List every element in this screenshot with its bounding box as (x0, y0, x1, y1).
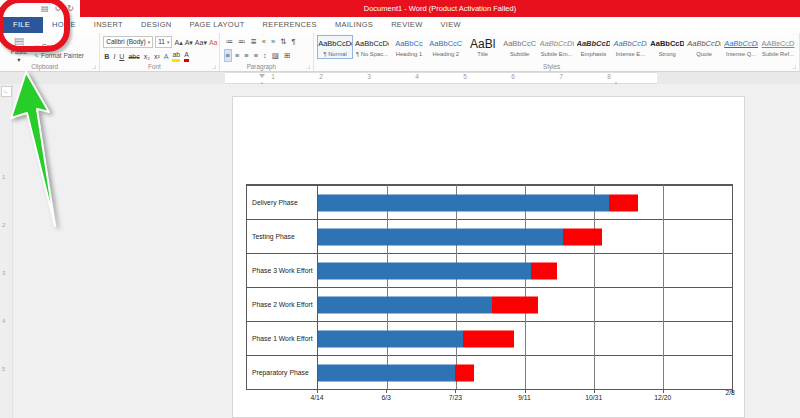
font-dialog-launcher[interactable]: ∟ (211, 64, 217, 70)
gridline (387, 185, 388, 389)
clipboard-group-label: Clipboard (0, 63, 89, 70)
ruler-number: 1 (271, 73, 275, 80)
change-case-button[interactable]: Aa▾ (195, 37, 207, 48)
category-label: Phase 2 Work Effort (247, 288, 318, 321)
ruler-number: 6 (511, 73, 515, 80)
style-name: Emphasis (577, 50, 611, 58)
style-title[interactable]: AaBlTitle (465, 35, 501, 59)
tab-references[interactable]: REFERENCES (254, 17, 326, 33)
style-heading-1[interactable]: AaBbCcHeading 1 (391, 35, 427, 59)
align-center-button[interactable]: ≡ (234, 50, 240, 61)
tab-insert[interactable]: INSERT (85, 17, 132, 33)
category-label: Preparatory Phase (247, 356, 318, 389)
tab-page-layout[interactable]: PAGE LAYOUT (180, 17, 253, 33)
style-sample: AaBbCcDc (318, 38, 352, 50)
axis-label: 9/11 (518, 394, 531, 401)
ruler-number: 2 (319, 73, 323, 80)
vruler-number: 2 (2, 222, 5, 228)
style-subtle-em[interactable]: AaBbCcDtSubtle Em... (539, 35, 575, 59)
style-subtle-ref[interactable]: AABbCcDSubtle Ref... (760, 35, 796, 59)
style-sample: AaBbCcDt (613, 38, 647, 50)
bold-button[interactable]: B (104, 51, 109, 62)
style-name: Heading 1 (392, 50, 426, 58)
gantt-bar (318, 262, 557, 279)
font-color-button[interactable]: A (184, 51, 189, 62)
style-emphasis[interactable]: AaBbCcDtEmphasis (576, 35, 612, 59)
style-name: Subtitle (503, 50, 537, 58)
style-intense-q[interactable]: AaBbCcDtIntense Q... (723, 35, 759, 59)
document-page[interactable]: Delivery PhaseTesting PhasePhase 3 Work … (232, 96, 745, 418)
style-subtitle[interactable]: AaBbCcCSubtitle (502, 35, 538, 59)
decrease-indent-button[interactable]: « (261, 36, 267, 47)
line-spacing-button[interactable]: ↕ (262, 50, 268, 61)
axis-tick (663, 390, 664, 393)
window-title: Document1 - Word (Product Activation Fai… (80, 0, 800, 17)
show-paragraph-marks-button[interactable]: ¶ (290, 36, 296, 47)
tab-design[interactable]: DESIGN (132, 17, 181, 33)
paragraph-dialog-launcher[interactable]: ∟ (305, 64, 311, 70)
sort-button[interactable]: ⇅ (279, 36, 287, 47)
style-name: ¶ Normal (318, 50, 352, 58)
gantt-bar (318, 228, 602, 245)
justify-button[interactable]: ≡ (253, 50, 259, 61)
style-strong[interactable]: AaBbCcDcStrong (649, 35, 685, 59)
increase-indent-button[interactable]: » (270, 36, 276, 47)
gantt-chart[interactable]: Delivery PhaseTesting PhasePhase 3 Work … (246, 184, 733, 390)
multilevel-list-button[interactable]: ≣ (250, 36, 258, 47)
bar-segment-blue (318, 194, 609, 211)
styles-group: AaBbCcDc¶ NormalAaBbCcDc¶ No Spac...AaBb… (314, 33, 800, 71)
styles-dialog-launcher[interactable]: ∟ (791, 64, 797, 70)
font-name-combo[interactable]: Calibri (Body) ▾ (103, 36, 153, 48)
tab-mailings[interactable]: MAILINGS (326, 17, 382, 33)
style-quote[interactable]: AaBbCcDtQuote (686, 35, 722, 59)
shrink-font-button[interactable]: A▾ (185, 37, 193, 48)
strikethrough-button[interactable]: abc (128, 51, 139, 62)
align-right-button[interactable]: ≡ (243, 50, 249, 61)
borders-button[interactable]: ⊞ (283, 50, 291, 61)
subscript-button[interactable]: x₂ (144, 51, 150, 62)
axis-label: 12/20 (654, 394, 671, 401)
underline-button[interactable]: U (119, 51, 124, 62)
format-painter-button[interactable]: ✎ Format Painter (34, 52, 84, 59)
ruler-number: 5 (463, 73, 467, 80)
chart-gridlines (318, 185, 732, 389)
tab-view[interactable]: VIEW (432, 17, 470, 33)
vruler-number: 4 (2, 318, 5, 324)
file-highlight-ring (0, 0, 70, 52)
chart-x-axis: 4/146/37/239/1110/3112/202/8 (317, 390, 732, 406)
superscript-button[interactable]: x² (154, 51, 160, 62)
style-no-spacing[interactable]: AaBbCcDc¶ No Spac... (354, 35, 390, 59)
style-name: Title (466, 50, 500, 58)
grow-font-button[interactable]: A▴ (174, 37, 182, 48)
text-effects-button[interactable]: A (164, 51, 169, 62)
style-sample: AaBbCcDc (650, 38, 684, 50)
horizontal-ruler[interactable]: 12345678 (0, 72, 800, 84)
numbering-button[interactable]: ≕ (237, 36, 247, 47)
tab-review[interactable]: REVIEW (382, 17, 431, 33)
style-heading-2[interactable]: AaBbCcCHeading 2 (428, 35, 464, 59)
bar-segment-red (609, 194, 638, 211)
italic-button[interactable]: I (113, 51, 115, 62)
ruler-number: 4 (415, 73, 419, 80)
gridline (663, 185, 664, 389)
bar-segment-blue (318, 228, 563, 245)
clear-formatting-button[interactable]: Aa (209, 37, 218, 48)
bullets-button[interactable]: ≔ (225, 36, 235, 47)
style-intense-e[interactable]: AaBbCcDtIntense E... (612, 35, 648, 59)
clipboard-dialog-launcher[interactable]: ∟ (91, 64, 97, 70)
bar-segment-blue (318, 296, 492, 313)
font-name-value: Calibri (Body) (106, 37, 145, 47)
format-painter-icon: ✎ (34, 52, 39, 59)
vertical-ruler[interactable]: ∟ 12345 (0, 84, 13, 418)
highlight-color-button[interactable]: ab (172, 51, 180, 62)
shading-button[interactable]: ▨ (271, 50, 280, 61)
style-sample: AaBbCcDt (577, 38, 611, 50)
bar-segment-red (463, 330, 514, 347)
font-size-combo[interactable]: 11 ▾ (155, 36, 172, 48)
style-normal[interactable]: AaBbCcDc¶ Normal (317, 35, 353, 59)
tab-stop-selector[interactable]: ∟ (1, 86, 12, 97)
axis-tick (386, 390, 387, 393)
align-left-button[interactable]: ≡ (225, 50, 231, 61)
vruler-number: 3 (2, 270, 5, 276)
style-name: Intense E... (613, 50, 647, 58)
